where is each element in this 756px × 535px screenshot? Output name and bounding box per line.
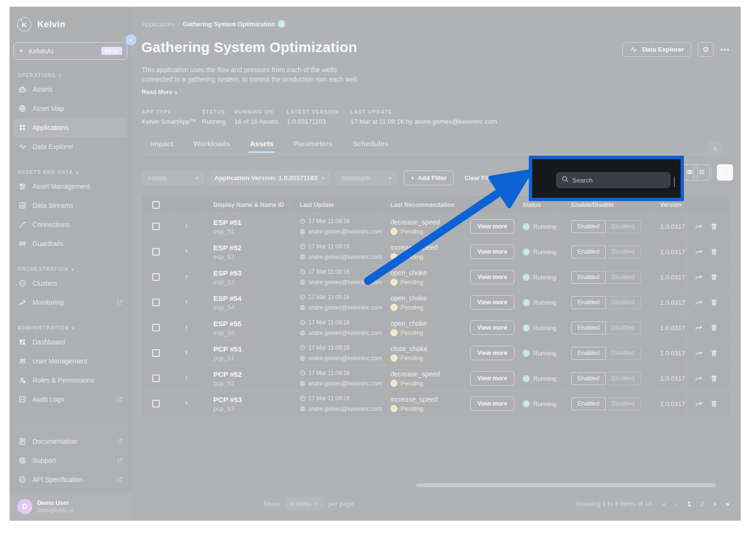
row-checkbox[interactable] [152, 374, 160, 382]
sidebar-item-asset-map[interactable]: Asset Map [13, 99, 127, 118]
sidebar-item-user-management[interactable]: User Management [13, 352, 127, 371]
sidebar-item-guardrails[interactable]: Guardrails [13, 234, 127, 253]
disabled-button[interactable]: Disabled [606, 372, 641, 385]
clear-filters-button[interactable]: Clear Filters [464, 174, 500, 182]
sidebar-item-support[interactable]: Support [13, 451, 127, 470]
select-all-checkbox[interactable] [152, 201, 160, 209]
tab-schedules[interactable]: Schedules [353, 139, 388, 153]
view-more-button[interactable]: View more [470, 219, 514, 234]
first-page-button[interactable]: « [662, 500, 666, 508]
enabled-button[interactable]: Enabled [571, 347, 606, 360]
pin-icon[interactable] [183, 300, 189, 306]
pin-icon[interactable] [183, 375, 189, 382]
trend-action-button[interactable] [695, 299, 703, 306]
delete-action-button[interactable] [710, 324, 718, 332]
sort-icon[interactable]: ↓↑ [287, 202, 291, 207]
trend-action-button[interactable] [695, 349, 703, 357]
row-checkbox[interactable] [152, 273, 160, 281]
sidebar-item-monitoring[interactable]: Monitoring [13, 293, 127, 312]
row-checkbox[interactable] [152, 299, 160, 306]
sidebar-collapse-button[interactable]: ‹ [126, 34, 136, 45]
delete-action-button[interactable] [710, 248, 718, 256]
trend-action-button[interactable] [695, 223, 703, 230]
disabled-button[interactable]: Disabled [606, 296, 641, 309]
enabled-button[interactable]: Enabled [571, 246, 606, 258]
row-checkbox[interactable] [152, 223, 160, 230]
delete-action-button[interactable] [710, 374, 718, 382]
sidebar-item-api-specification[interactable]: API Specification [13, 470, 127, 489]
view-more-button[interactable]: View more [470, 321, 514, 335]
view-more-button[interactable]: View more [470, 396, 514, 411]
settings-gear-button[interactable]: ⚙ [698, 42, 714, 57]
tab-parameters[interactable]: Parameters [294, 139, 333, 153]
sidebar-item-connections[interactable]: Connections [13, 215, 127, 234]
enabled-button[interactable]: Enabled [571, 271, 606, 284]
row-checkbox[interactable] [152, 349, 160, 357]
tab-assets[interactable]: Assets [250, 139, 273, 153]
disabled-button[interactable]: Disabled [606, 321, 641, 334]
disabled-button[interactable]: Disabled [606, 220, 641, 233]
delete-action-button[interactable] [710, 349, 718, 357]
tab-workloads[interactable]: Workloads [193, 139, 230, 153]
add-filter-button[interactable]: +Add Filter [404, 171, 454, 185]
disabled-button[interactable]: Disabled [606, 397, 641, 410]
row-checkbox[interactable] [152, 324, 160, 332]
user-menu[interactable]: D Demo User demo@kelvin.ai [10, 493, 131, 521]
tab-impact[interactable]: Impact [150, 139, 173, 153]
enabled-button[interactable]: Enabled [571, 372, 606, 385]
horizontal-scrollbar[interactable] [416, 483, 716, 487]
trend-action-button[interactable] [695, 248, 703, 256]
breadcrumb-applications[interactable]: Applications [142, 21, 175, 28]
view-more-button[interactable]: View more [470, 346, 514, 360]
sidebar-item-applications[interactable]: Applications [13, 118, 127, 137]
filter-dropdown-1[interactable]: Application Version: 1.0.03171103▾ [209, 171, 330, 185]
enabled-button[interactable]: Enabled [571, 397, 606, 410]
data-explorer-button[interactable]: Data Explorer [622, 42, 691, 57]
delete-action-button[interactable] [710, 223, 718, 230]
sidebar-item-documentation[interactable]: Documentation [13, 432, 127, 451]
page-number-2[interactable]: 2 [701, 500, 704, 508]
sidebar-item-asset-management[interactable]: Asset Management [13, 177, 127, 196]
sidebar-item-roles-permissions[interactable]: Roles & Permissions [13, 371, 127, 390]
sidebar-item-audit-logs[interactable]: Audit Logs [13, 390, 127, 409]
page-number-1[interactable]: 1 [687, 500, 691, 508]
row-checkbox[interactable] [152, 400, 160, 407]
list-view-button[interactable] [693, 164, 710, 181]
per-page-select[interactable]: 8 items ▾ [284, 497, 324, 511]
trend-action-button[interactable] [695, 400, 703, 407]
trend-action-button[interactable] [695, 324, 703, 332]
row-checkbox[interactable] [152, 248, 160, 256]
view-more-button[interactable]: View more [470, 371, 514, 385]
search-input[interactable] [572, 177, 644, 184]
view-more-button[interactable]: View more [470, 270, 514, 284]
disabled-button[interactable]: Disabled [606, 271, 641, 284]
more-options-button[interactable]: ••• [720, 46, 730, 54]
sidebar-item-data-explorer[interactable]: Data Explorer [13, 137, 127, 156]
sidebar-item-dashboard[interactable]: Dashboard [13, 332, 127, 352]
pin-icon[interactable] [183, 249, 189, 255]
sidebar-item-kelvinai[interactable]: ✦ KelvinAI BETA [13, 42, 127, 60]
filter-dropdown-2[interactable]: Workloads▾ [335, 171, 397, 185]
table-settings-button[interactable]: ⚙ ✦ [717, 164, 733, 181]
scroll-top-button[interactable]: ∧ [707, 140, 723, 156]
delete-action-button[interactable] [710, 400, 718, 407]
filter-dropdown-0[interactable]: Assets▾ [142, 171, 204, 185]
pin-icon[interactable] [183, 401, 189, 407]
enabled-button[interactable]: Enabled [571, 321, 606, 334]
sidebar-item-assets[interactable]: Assets [13, 80, 127, 99]
pin-icon[interactable] [183, 350, 189, 356]
pin-icon[interactable] [183, 274, 189, 280]
disabled-button[interactable]: Disabled [606, 246, 641, 258]
enabled-button[interactable]: Enabled [571, 296, 606, 309]
trend-action-button[interactable] [695, 374, 703, 382]
pin-icon[interactable] [183, 224, 189, 230]
pin-icon[interactable] [183, 325, 189, 331]
sidebar-item-data-streams[interactable]: Data Streams [13, 196, 127, 215]
view-more-button[interactable]: View more [470, 295, 514, 310]
delete-action-button[interactable] [710, 273, 718, 281]
read-more-link[interactable]: Read More∨ [142, 89, 178, 96]
disabled-button[interactable]: Disabled [606, 347, 641, 360]
view-more-button[interactable]: View more [470, 245, 514, 259]
next-page-button[interactable]: › [714, 500, 716, 508]
delete-action-button[interactable] [710, 299, 718, 306]
